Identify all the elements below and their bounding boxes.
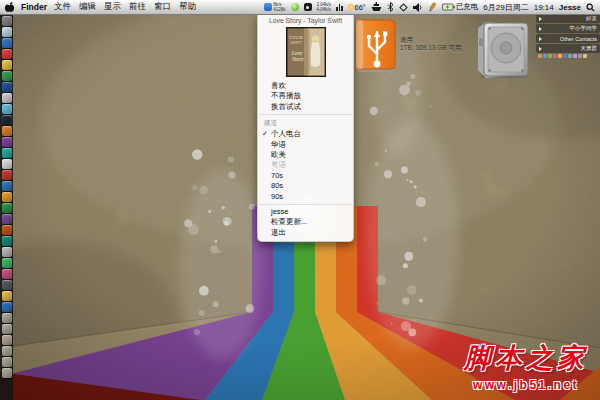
dock-app-icon-19[interactable]	[2, 214, 12, 224]
menu-item-action-1[interactable]: 喜欢	[258, 81, 353, 91]
menu-item-action-2[interactable]: 不再播放	[258, 91, 353, 101]
dock-app-icon-6[interactable]	[2, 71, 12, 81]
menu-item-footer-1[interactable]: jesse	[258, 207, 353, 217]
menu-item-channel-6[interactable]: 80s	[258, 181, 353, 191]
contact-group-row-3[interactable]: Other Contacts	[536, 34, 600, 43]
menubar-menu-4[interactable]: 前往	[129, 1, 146, 13]
checkmark-icon: ✓	[262, 130, 268, 138]
dock-app-icon-3[interactable]	[2, 38, 12, 48]
dock-app-icon-18[interactable]	[2, 203, 12, 213]
menubar-menu-3[interactable]: 显示	[104, 1, 121, 13]
dock-app-icon-25[interactable]	[2, 280, 12, 290]
dock-app-icon-10[interactable]	[2, 115, 12, 125]
disclosure-triangle-icon	[539, 27, 542, 31]
usb-drive-icon[interactable]	[352, 18, 398, 78]
dock-app-icon-5[interactable]	[2, 60, 12, 70]
menubar-time[interactable]: 19:14	[534, 3, 554, 12]
dock-app-icon-30[interactable]	[2, 335, 12, 345]
battery-label: 已充电	[456, 2, 479, 12]
contact-avatar[interactable]	[573, 54, 577, 58]
status-black-app-icon[interactable]	[304, 3, 312, 11]
menu-item-channel-3[interactable]: 欧美	[258, 150, 353, 160]
dock-app-icon-28[interactable]	[2, 313, 12, 323]
menubar-menu-5[interactable]: 窗口	[154, 1, 171, 13]
contact-group-name: Other Contacts	[560, 36, 597, 42]
menu-item-footer-3[interactable]: 退出	[258, 228, 353, 238]
menu-item-channel-4[interactable]: 粤语	[258, 160, 353, 170]
waveform-icon[interactable]	[336, 4, 343, 11]
dock-app-icon-20[interactable]	[2, 225, 12, 235]
network-monitor-icon[interactable]: 8k/s 4128k	[264, 2, 285, 12]
dock-app-icon-14[interactable]	[2, 159, 12, 169]
contact-group-row-1[interactable]: 好友	[536, 14, 600, 23]
ship-icon[interactable]	[371, 2, 382, 12]
dock-app-icon-32[interactable]	[2, 357, 12, 367]
menubar-date[interactable]: 6月29日周二	[483, 2, 528, 13]
contact-avatar[interactable]	[543, 54, 547, 58]
battery-icon	[442, 3, 455, 11]
menu-item-channel-7[interactable]: 90s	[258, 192, 353, 202]
menu-item-action-3[interactable]: 换首试试	[258, 102, 353, 112]
dock-app-icon-31[interactable]	[2, 346, 12, 356]
menu-separator	[259, 204, 352, 205]
dock-app-icon-33[interactable]	[2, 368, 12, 378]
dock-app-icon-4[interactable]	[2, 49, 12, 59]
contact-avatar[interactable]	[553, 54, 557, 58]
dock-app-icon-9[interactable]	[2, 104, 12, 114]
menubar-menu-2[interactable]: 编辑	[79, 1, 96, 13]
radio-player-menu: Love Story - Taylor Swift TAYLOR SWIFT L…	[257, 14, 354, 242]
menu-item-channel-2[interactable]: 华语	[258, 140, 353, 150]
contact-avatar[interactable]	[583, 54, 587, 58]
weather-item[interactable]: 66°	[348, 3, 366, 12]
menu-item-channel-1[interactable]: ✓个人电台	[258, 129, 353, 139]
menubar-menu-1[interactable]: 文件	[54, 1, 71, 13]
pencil-input-icon[interactable]	[428, 2, 437, 12]
spotlight-icon[interactable]	[586, 3, 595, 12]
contact-group-row-2[interactable]: 中小学同学	[536, 24, 600, 33]
contact-group-row-4[interactable]: 天翼群	[536, 44, 600, 53]
status-green-ball-icon[interactable]	[291, 3, 299, 11]
dock[interactable]	[0, 14, 13, 400]
dock-app-icon-24[interactable]	[2, 269, 12, 279]
dock-app-icon-23[interactable]	[2, 258, 12, 268]
volume-icon[interactable]	[413, 3, 423, 12]
menu-item-channel-5[interactable]: 70s	[258, 171, 353, 181]
dock-app-icon-16[interactable]	[2, 181, 12, 191]
menubar-user[interactable]: Jesse	[559, 3, 581, 12]
apple-menu-icon[interactable]	[5, 2, 14, 13]
net-line-2: 4128k	[273, 7, 285, 12]
dock-app-icon-29[interactable]	[2, 324, 12, 334]
dock-app-icon-15[interactable]	[2, 170, 12, 180]
contacts-widget[interactable]: 好友中小学同学Other Contacts天翼群	[536, 14, 600, 58]
menubar-menu-6[interactable]: 帮助	[179, 1, 196, 13]
dock-app-icon-21[interactable]	[2, 236, 12, 246]
dock-app-icon-13[interactable]	[2, 148, 12, 158]
dock-app-icon-2[interactable]	[2, 27, 12, 37]
dock-app-icon-7[interactable]	[2, 82, 12, 92]
contact-avatar[interactable]	[563, 54, 567, 58]
diamond-icon[interactable]	[399, 3, 408, 12]
dock-app-icon-17[interactable]	[2, 192, 12, 202]
dock-app-icon-11[interactable]	[2, 126, 12, 136]
external-hard-drive-icon[interactable]	[474, 18, 534, 84]
traffic-meter[interactable]: 2.04k/s 4.04k/s	[317, 2, 332, 12]
contact-avatar[interactable]	[558, 54, 562, 58]
menu-item-footer-2[interactable]: 检查更新...	[258, 217, 353, 227]
usb-drive-label: 通用 1TB: 369.13 GB 可用	[400, 36, 461, 51]
active-app-name[interactable]: Finder	[21, 2, 47, 12]
dock-app-icon-26[interactable]	[2, 291, 12, 301]
dock-app-icon-1[interactable]	[2, 16, 12, 26]
contact-avatar[interactable]	[538, 54, 542, 58]
bluetooth-icon[interactable]	[387, 2, 394, 12]
contact-avatar[interactable]	[548, 54, 552, 58]
battery-item[interactable]: 已充电	[442, 2, 479, 12]
dock-app-icon-12[interactable]	[2, 137, 12, 147]
contact-avatars[interactable]	[536, 54, 600, 58]
dock-app-icon-8[interactable]	[2, 93, 12, 103]
dock-app-icon-22[interactable]	[2, 247, 12, 257]
contact-group-name: 中小学同学	[570, 25, 598, 32]
dock-app-icon-27[interactable]	[2, 302, 12, 312]
contact-group-name: 好友	[586, 15, 597, 22]
contact-avatar[interactable]	[578, 54, 582, 58]
contact-avatar[interactable]	[568, 54, 572, 58]
